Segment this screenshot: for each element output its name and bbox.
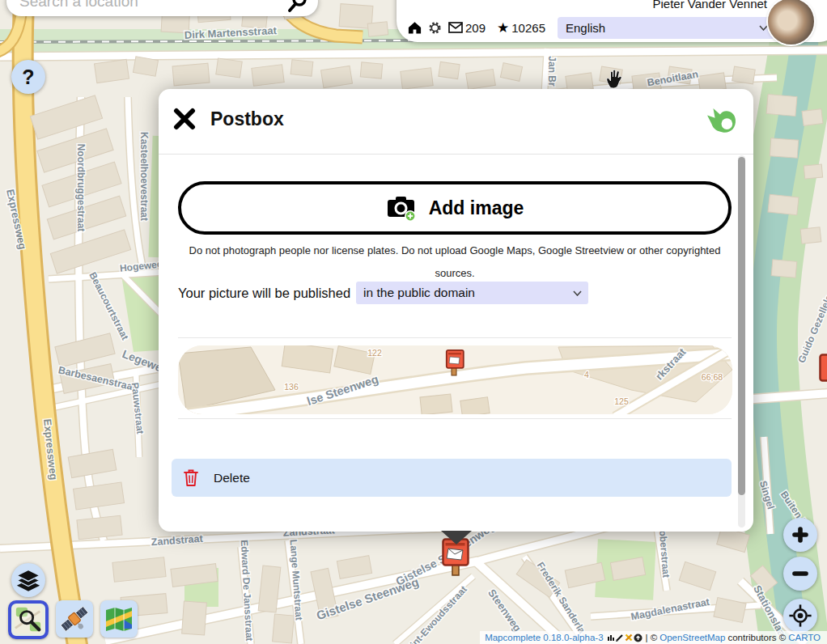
- star-icon: ★: [497, 21, 509, 35]
- messages-icon[interactable]: [448, 22, 463, 33]
- svg-text:122: 122: [367, 348, 382, 358]
- search-input[interactable]: [6, 0, 287, 11]
- map-attribution: Mapcomplete 0.18.0-alpha-3 | © OpenStree…: [480, 631, 827, 644]
- svg-text:125: 125: [614, 396, 629, 406]
- stars-count: 10265: [511, 21, 545, 35]
- postbox-marker-edge[interactable]: [819, 354, 827, 392]
- dialog-pointer: [441, 531, 472, 544]
- image-disclaimer: Do not photograph people nor license pla…: [178, 239, 732, 285]
- add-image-button[interactable]: Add image: [178, 181, 732, 235]
- scrollbar-thumb[interactable]: [738, 157, 745, 495]
- attribution-contributors: contributors ©: [727, 633, 786, 642]
- license-prefix: Your picture will be published: [178, 286, 350, 301]
- stats-icon: [607, 633, 615, 642]
- postbox-dialog: Postbox Add image Do not photograph peop…: [159, 89, 753, 532]
- attribution-badges: [607, 633, 643, 642]
- geolocate-button[interactable]: [783, 599, 817, 633]
- license-icon: [625, 633, 633, 642]
- trash-icon: [183, 468, 199, 487]
- location-minimap[interactable]: lse Steenweg rkstraat 122 136 125 4 66;6…: [178, 345, 732, 414]
- messages-count: 209: [465, 21, 486, 35]
- help-button[interactable]: ?: [11, 60, 45, 94]
- theme-button-satellite[interactable]: [56, 600, 93, 638]
- edit-pencil-icon: [616, 633, 624, 642]
- divider: [178, 337, 732, 338]
- osm-link[interactable]: OpenStreetMap: [659, 633, 725, 642]
- layers-button[interactable]: [11, 563, 45, 597]
- svg-text:Kasteelhoevestraat: Kasteelhoevestraat: [138, 132, 150, 221]
- crosshair-icon: [787, 603, 813, 629]
- theme-buttons: [8, 600, 138, 639]
- camera-icon: [386, 195, 417, 222]
- search-bar: [6, 0, 318, 16]
- satellite-icon: [59, 604, 90, 634]
- close-icon[interactable]: [173, 108, 196, 130]
- delete-button[interactable]: Delete: [172, 459, 732, 497]
- zoom-out-button[interactable]: [783, 557, 817, 591]
- username: Pieter Vander Vennet: [653, 0, 768, 11]
- svg-text:4: 4: [584, 370, 589, 379]
- svg-text:66;68: 66;68: [702, 372, 723, 382]
- attribution-separator: | ©: [646, 633, 658, 642]
- delete-label: Delete: [214, 471, 250, 485]
- zoom-in-button[interactable]: [783, 518, 817, 552]
- divider: [178, 418, 732, 419]
- header-divider: [159, 154, 753, 155]
- svg-text:Jan Br: Jan Br: [546, 56, 558, 87]
- svg-text:Noordbruggestraat: Noordbruggestraat: [75, 144, 87, 232]
- chevron-down-icon: [573, 290, 582, 296]
- mapcomplete-app: Dirk Martensstraat Jan Br Benoitlaan Noo…: [0, 0, 827, 644]
- user-avatar[interactable]: [768, 0, 814, 44]
- chevron-down-icon: [759, 25, 768, 31]
- info-icon: [634, 633, 643, 642]
- gear-icon[interactable]: [428, 21, 442, 35]
- folded-map-icon: [104, 604, 134, 634]
- layers-icon: [16, 570, 40, 591]
- mapcomplete-version-link[interactable]: Mapcomplete 0.18.0-alpha-3: [485, 633, 603, 642]
- osm-magnifier-icon: [14, 605, 43, 634]
- carto-link[interactable]: CARTO: [788, 633, 821, 642]
- svg-text:136: 136: [284, 382, 299, 392]
- question-mark-icon: ?: [22, 66, 34, 89]
- minus-icon: [789, 562, 812, 585]
- license-select[interactable]: in the public domain: [356, 282, 588, 304]
- mapcomplete-logo: [706, 107, 737, 138]
- hand-cursor-icon: [604, 66, 625, 89]
- add-image-label: Add image: [429, 197, 524, 219]
- search-icon[interactable]: [287, 0, 308, 12]
- user-bar: Pieter Vander Vennet 209 ★ 10265: [397, 0, 827, 42]
- theme-button-osm-carto[interactable]: [100, 600, 138, 638]
- license-row: Your picture will be published in the pu…: [178, 282, 588, 304]
- dialog-scrollbar[interactable]: [738, 155, 745, 527]
- language-select[interactable]: English: [558, 17, 774, 39]
- theme-button-mapcomplete[interactable]: [8, 600, 49, 639]
- home-icon[interactable]: [407, 20, 422, 35]
- plus-icon: [789, 523, 812, 546]
- dialog-title: Postbox: [210, 108, 284, 130]
